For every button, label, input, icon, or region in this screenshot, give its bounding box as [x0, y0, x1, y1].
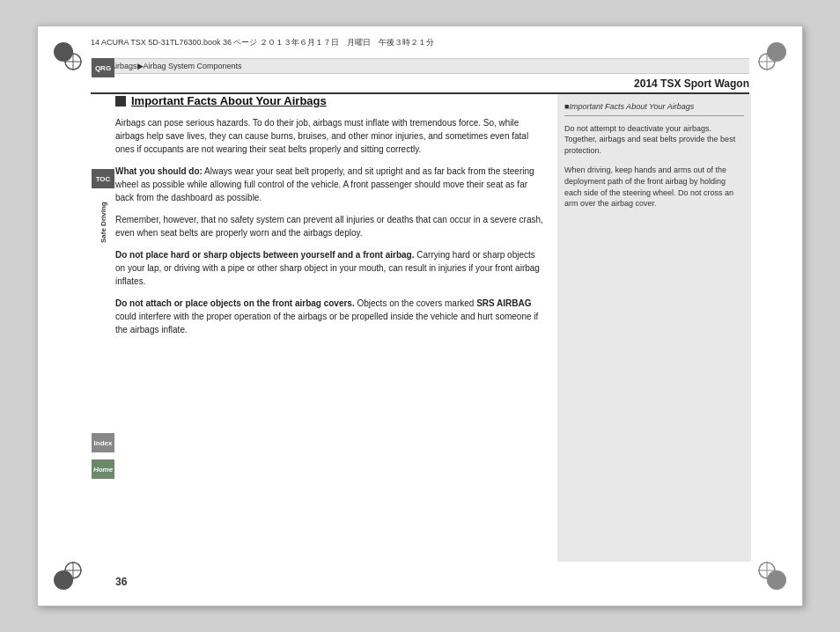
right-panel-title: ■Important Facts About Your Airbags [564, 101, 744, 116]
section-icon [115, 96, 126, 107]
paragraph-3: Remember, however, that no safety system… [115, 213, 547, 239]
right-panel-text-1: Do not attempt to deactivate your airbag… [564, 123, 744, 157]
paragraph-1: Airbags can pose serious hazards. To do … [115, 116, 547, 156]
reg-mark-tl [63, 51, 84, 72]
sidebar-btn-toc[interactable]: TOC [92, 169, 114, 188]
page: 14 ACURA TSX 5D-31TL76300.book 36 ページ ２０… [37, 26, 803, 606]
section-title: Important Facts About Your Airbags [115, 94, 547, 107]
right-panel: ■Important Facts About Your Airbags Do n… [557, 94, 751, 562]
bold-do-not-place: Do not place hard or sharp objects betwe… [115, 250, 415, 260]
page-number: 36 [115, 576, 127, 588]
paragraph-2: What you should do: Always wear your sea… [115, 165, 547, 204]
reg-mark-tr [756, 51, 777, 72]
paragraph-5: Do not attach or place objects on the fr… [115, 297, 547, 336]
bold-do-not-attach: Do not attach or place objects on the fr… [115, 298, 355, 308]
bold-what-you-should-do: What you should do: [115, 166, 203, 176]
main-content: Important Facts About Your Airbags Airba… [115, 94, 547, 562]
sidebar-btn-index[interactable]: Index [92, 433, 114, 452]
reg-mark-bl [63, 560, 84, 581]
title-bar: 2014 TSX Sport Wagon [91, 75, 749, 94]
bold-srs-airbag: SRS AIRBAG [476, 298, 531, 308]
reg-mark-br [756, 560, 777, 581]
right-panel-text-2: When driving, keep hands and arms out of… [564, 165, 744, 209]
left-sidebar: QRG TOC Safe Driving Index Home [91, 58, 115, 562]
sidebar-btn-home[interactable]: Home [92, 459, 114, 479]
breadcrumb: ▶▶Airbags▶Airbag System Components [91, 58, 749, 74]
page-title: 2014 TSX Sport Wagon [634, 77, 749, 90]
header-japanese: 14 ACURA TSX 5D-31TL76300.book 36 ページ ２０… [91, 33, 749, 51]
sidebar-btn-safe-driving[interactable]: Safe Driving [97, 192, 109, 254]
sidebar-btn-qrg[interactable]: QRG [92, 58, 114, 77]
paragraph-4: Do not place hard or sharp objects betwe… [115, 248, 547, 288]
